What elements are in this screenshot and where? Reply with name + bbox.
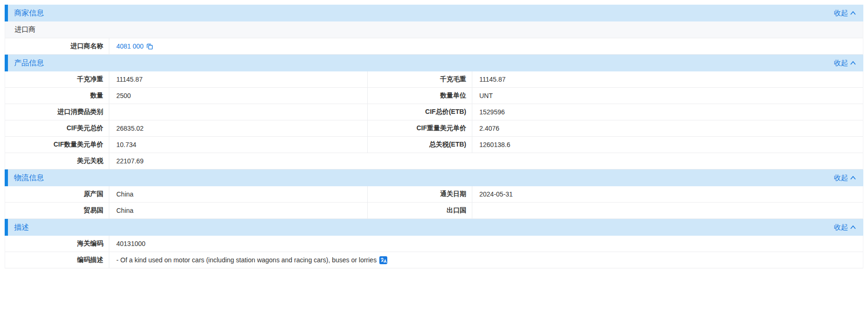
chevron-up-icon (850, 11, 856, 15)
total-duty-etb-value: 1260138.6 (472, 137, 863, 153)
table-row: 美元关税 22107.69 (5, 153, 863, 169)
cif-usd-per-weight-value: 2.4076 (472, 120, 863, 136)
export-country-label: 出口国 (368, 203, 472, 218)
code-description-cell: - Of a kind used on motor cars (includin… (109, 252, 863, 268)
table-row: 编码描述 - Of a kind used on motor cars (inc… (5, 252, 863, 268)
accent-bar (5, 169, 8, 186)
collapse-label: 收起 (834, 9, 848, 18)
section-header-logistics: 物流信息 收起 (5, 169, 863, 186)
section-title-logistics: 物流信息 (14, 173, 44, 183)
quantity-unit-value: UNT (472, 88, 863, 104)
section-header-merchant: 商家信息 收起 (5, 5, 863, 21)
usd-duty-value: 22107.69 (109, 153, 863, 169)
cif-total-etb-value: 1529596 (472, 104, 863, 120)
chevron-up-icon (850, 61, 856, 65)
section-header-product: 产品信息 收起 (5, 55, 863, 71)
table-row: 原产国 China 通关日期 2024-05-31 (5, 186, 863, 203)
cif-usd-total-value: 26835.02 (109, 120, 368, 136)
clearance-date-value: 2024-05-31 (472, 186, 863, 202)
consumer-goods-category-label: 进口消费品类别 (5, 104, 109, 120)
net-weight-label: 千克净重 (5, 71, 109, 87)
table-row: 海关编码 40131000 (5, 236, 863, 252)
table-row: CIF数量美元单价 10.734 总关税(ETB) 1260138.6 (5, 137, 863, 153)
quantity-value: 2500 (109, 88, 368, 104)
code-description-text: - Of a kind used on motor cars (includin… (116, 256, 377, 264)
gross-weight-label: 千克毛重 (368, 71, 472, 87)
usd-duty-label: 美元关税 (5, 153, 109, 169)
importer-name-cell: 4081 000 (109, 38, 863, 54)
net-weight-value: 11145.87 (109, 71, 368, 87)
origin-country-value: China (109, 186, 368, 202)
quantity-label: 数量 (5, 88, 109, 104)
table-row-importer-name: 进口商名称 4081 000 (5, 38, 863, 55)
collapse-button-product[interactable]: 收起 (834, 59, 856, 68)
quantity-unit-label: 数量单位 (368, 88, 472, 104)
chevron-up-icon (850, 225, 856, 229)
accent-bar (5, 219, 8, 236)
collapse-button-merchant[interactable]: 收起 (834, 9, 856, 18)
trade-country-value: China (109, 203, 368, 218)
cif-usd-per-weight-label: CIF重量美元单价 (368, 120, 472, 136)
clearance-date-label: 通关日期 (368, 186, 472, 202)
importer-name-label: 进口商名称 (5, 38, 109, 54)
cif-total-etb-label: CIF总价(ETB) (368, 104, 472, 120)
hs-code-label: 海关编码 (5, 236, 109, 252)
section-title-product: 产品信息 (14, 58, 44, 68)
table-row: 数量 2500 数量单位 UNT (5, 88, 863, 104)
table-row: CIF美元总价 26835.02 CIF重量美元单价 2.4076 (5, 120, 863, 137)
total-duty-etb-label: 总关税(ETB) (368, 137, 472, 153)
table-row: 千克净重 11145.87 千克毛重 11145.87 (5, 71, 863, 88)
collapse-label: 收起 (834, 174, 848, 183)
cif-usd-total-label: CIF美元总价 (5, 120, 109, 136)
chevron-up-icon (850, 176, 856, 180)
accent-bar (5, 5, 8, 21)
merchant-subheader: 进口商 (5, 21, 863, 38)
importer-name-link[interactable]: 4081 000 (116, 42, 143, 50)
accent-bar (5, 55, 8, 71)
hs-code-value: 40131000 (109, 236, 863, 252)
section-title-merchant: 商家信息 (14, 8, 44, 18)
table-row: 进口消费品类别 CIF总价(ETB) 1529596 (5, 104, 863, 120)
table-row: 贸易国 China 出口国 (5, 203, 863, 219)
gross-weight-value: 11145.87 (472, 71, 863, 87)
section-header-description: 描述 收起 (5, 219, 863, 236)
section-title-description: 描述 (14, 223, 29, 232)
code-description-label: 编码描述 (5, 252, 109, 268)
cif-usd-per-unit-label: CIF数量美元单价 (5, 137, 109, 153)
collapse-button-logistics[interactable]: 收起 (834, 174, 856, 183)
collapse-label: 收起 (834, 223, 848, 232)
export-country-value (472, 203, 863, 218)
collapse-label: 收起 (834, 59, 848, 68)
cif-usd-per-unit-value: 10.734 (109, 137, 368, 153)
origin-country-label: 原产国 (5, 186, 109, 202)
copy-icon[interactable] (146, 43, 153, 50)
translate-icon[interactable] (379, 256, 387, 264)
consumer-goods-category-value (109, 104, 368, 120)
collapse-button-description[interactable]: 收起 (834, 223, 856, 232)
trade-country-label: 贸易国 (5, 203, 109, 218)
